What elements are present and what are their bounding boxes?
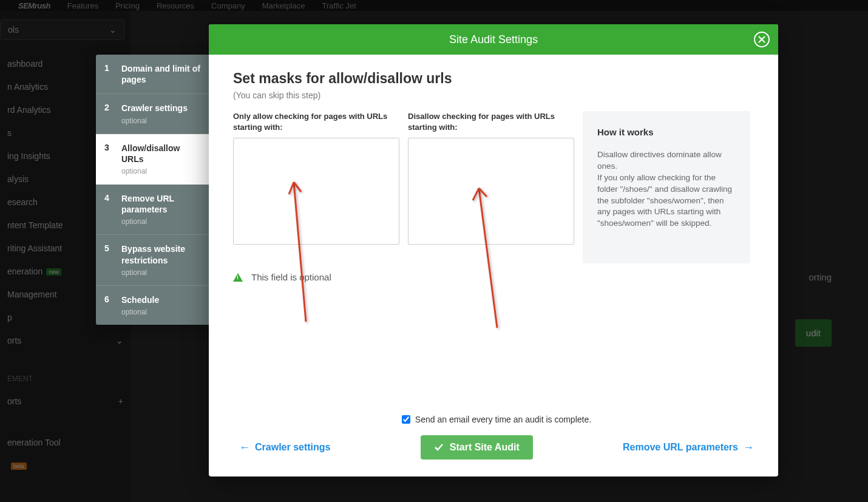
how-it-works-panel: How it works Disallow directives dominat…	[583, 111, 750, 263]
modal-header: Site Audit Settings	[209, 24, 778, 55]
step-number: 3	[104, 143, 113, 175]
step-optional: optional	[121, 167, 202, 175]
close-icon	[758, 36, 765, 43]
modal-title: Site Audit Settings	[449, 33, 538, 46]
page-title: Set masks for allow/disallow urls	[233, 70, 754, 87]
skip-note: (You can skip this step)	[233, 90, 754, 100]
email-notify-label: Send an email every time an audit is com…	[415, 415, 591, 424]
step-number: 4	[104, 193, 113, 226]
step-optional: optional	[121, 217, 202, 226]
arrow-left-icon: ←	[239, 441, 250, 454]
disallow-label: Disallow checking for pages with URLs st…	[408, 111, 574, 133]
site-audit-settings-modal: Site Audit Settings Set masks for allow/…	[209, 24, 778, 477]
step-number: 5	[104, 243, 113, 276]
step-schedule[interactable]: 6 Scheduleoptional	[96, 286, 209, 325]
step-title: Bypass website restrictions	[121, 243, 202, 265]
next-button-label: Remove URL parameters	[623, 442, 738, 453]
step-title: Remove URL parameters	[121, 193, 202, 215]
step-number: 2	[104, 103, 113, 124]
optional-note-text: This field is optional	[251, 272, 331, 282]
step-optional: optional	[121, 268, 202, 277]
step-title: Allow/disallow URLs	[121, 143, 202, 165]
primary-button-label: Start Site Audit	[450, 442, 520, 453]
step-crawler-settings[interactable]: 2 Crawler settingsoptional	[96, 94, 209, 134]
close-button[interactable]	[754, 32, 770, 47]
step-optional: optional	[121, 117, 202, 125]
step-number: 6	[104, 294, 113, 316]
check-icon	[434, 443, 444, 452]
warning-icon	[233, 273, 243, 282]
optional-field-note: This field is optional	[233, 272, 754, 282]
step-optional: optional	[121, 308, 202, 316]
start-site-audit-button[interactable]: Start Site Audit	[421, 435, 533, 460]
step-allow-disallow[interactable]: 3 Allow/disallow URLsoptional	[96, 134, 209, 185]
next-button[interactable]: Remove URL parameters →	[623, 441, 754, 454]
step-number: 1	[104, 63, 113, 85]
how-it-works-body: Disallow directives dominate allow ones.…	[597, 149, 736, 229]
how-it-works-title: How it works	[597, 127, 736, 137]
step-domain-limit[interactable]: 1 Domain and limit of pages	[96, 55, 209, 94]
step-remove-url-params[interactable]: 4 Remove URL parametersoptional	[96, 185, 209, 235]
allow-label: Only allow checking for pages with URLs …	[233, 111, 399, 133]
step-title: Schedule	[121, 294, 202, 305]
modal-body: Set masks for allow/disallow urls (You c…	[209, 55, 778, 415]
step-title: Domain and limit of pages	[121, 63, 202, 85]
back-button-label: Crawler settings	[255, 442, 330, 453]
wizard-steps-panel: 1 Domain and limit of pages 2 Crawler se…	[96, 55, 209, 325]
back-button[interactable]: ← Crawler settings	[239, 441, 330, 454]
allow-urls-input[interactable]	[233, 138, 399, 245]
modal-footer: Send an email every time an audit is com…	[209, 415, 778, 477]
arrow-right-icon: →	[743, 441, 754, 454]
step-title: Crawler settings	[121, 103, 202, 114]
email-notify-checkbox[interactable]	[402, 415, 410, 424]
disallow-urls-input[interactable]	[408, 138, 574, 245]
step-bypass-restrictions[interactable]: 5 Bypass website restrictionsoptional	[96, 235, 209, 285]
